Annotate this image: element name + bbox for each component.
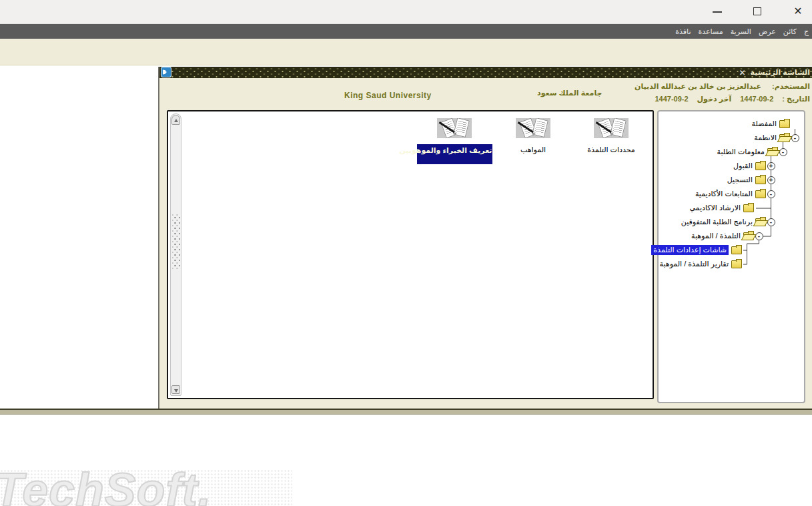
navigation-tree: المفضلة - الانظمة - معلومات الطلبة + الق… xyxy=(659,111,804,402)
tree-item-label[interactable]: المفضلة xyxy=(752,119,777,128)
shortcut-apprenticeship-determinants[interactable]: محددات التلمذة xyxy=(571,118,651,154)
documents-icon xyxy=(437,118,472,138)
date-value: 1447-09-2 xyxy=(740,95,773,103)
shortcut-talents[interactable]: المواهب xyxy=(493,118,573,154)
date-label: التاريخ : xyxy=(782,95,810,103)
tree-item-label[interactable]: برنامج الطلبة المتفوقين xyxy=(681,218,753,226)
os-titlebar: ✕ xyxy=(0,0,812,24)
minimize-icon[interactable] xyxy=(713,11,722,13)
folder-icon xyxy=(731,260,742,268)
toolbar: + - ↶ ✂ ✓ xyxy=(0,39,812,65)
tree-item-favorites[interactable]: المفضلة xyxy=(659,117,804,131)
university-name-en: King Saud University xyxy=(344,91,432,100)
last-login-label: آخر دخول xyxy=(697,95,732,103)
folder-icon xyxy=(755,176,766,184)
shortcut-label[interactable]: المواهب xyxy=(520,146,546,154)
menu-item-help[interactable]: مساعدة xyxy=(699,27,723,36)
collapse-icon[interactable]: - xyxy=(755,232,763,240)
open-folder-icon xyxy=(755,218,766,226)
shortcuts-panel: محددات التلمذة المواهب تعريف الخبراء وال… xyxy=(167,110,654,399)
tree-item-label[interactable]: معلومات الطلبة xyxy=(717,148,765,156)
tree-item-apprenticeship-settings-screens[interactable]: شاشات إعدادات التلمذة xyxy=(659,243,804,257)
expand-icon[interactable]: + xyxy=(767,162,775,170)
form-bottom-edge xyxy=(0,409,812,415)
open-folder-icon xyxy=(779,134,790,142)
tree-item-systems[interactable]: - الانظمة xyxy=(659,131,804,145)
folder-icon xyxy=(755,190,766,198)
collapse-icon[interactable]: - xyxy=(779,148,787,156)
user-info-row: المستخدم: عبدالعزيز بن خالد بن عبدالله ا… xyxy=(635,82,810,91)
tree-item-outstanding-students-program[interactable]: - برنامج الطلبة المتفوقين xyxy=(659,215,804,229)
menubar: ج كائن عرض السرية مساعدة نافذة xyxy=(0,24,812,39)
tree-item-label[interactable]: المتابعات الأكاديمية xyxy=(695,190,753,198)
vertical-scrollbar[interactable] xyxy=(170,113,181,396)
tree-item-label[interactable]: تقارير التلمذة / الموهبة xyxy=(660,260,729,268)
documents-icon xyxy=(594,118,629,138)
techsoft-watermark: TechSoft. xyxy=(0,463,212,506)
menu-item-window[interactable]: نافذة xyxy=(675,27,691,36)
folder-icon xyxy=(779,120,790,128)
open-folder-icon xyxy=(743,232,754,240)
university-name-ar: جامعة الملك سعود xyxy=(537,89,602,97)
form-titlebar: الشاشة الرئيسية ✕ xyxy=(159,67,812,78)
maximize-icon[interactable] xyxy=(753,7,761,15)
menu-item-view[interactable]: عرض xyxy=(759,27,776,36)
main-screen-form: الشاشة الرئيسية ✕ المستخدم: عبدالعزيز بن… xyxy=(158,67,812,409)
expand-icon[interactable]: + xyxy=(767,176,775,184)
tree-item-label[interactable]: الانظمة xyxy=(754,134,777,142)
tree-item-academic-followups[interactable]: - المتابعات الأكاديمية xyxy=(659,187,804,201)
menu-item-confidentiality[interactable]: السرية xyxy=(731,27,751,36)
scroll-up-icon[interactable] xyxy=(171,115,180,125)
date-info-row: التاريخ : 1447-09-2 آخر دخول 1447-09-2 xyxy=(655,95,810,103)
tree-item-academic-advising[interactable]: الارشاد الاكاديمي xyxy=(659,201,804,215)
collapse-icon[interactable]: - xyxy=(791,134,799,142)
folder-icon xyxy=(743,204,754,212)
tree-item-apprenticeship-reports[interactable]: تقارير التلمذة / الموهبة xyxy=(659,257,804,271)
form-title: الشاشة الرئيسية xyxy=(751,68,811,77)
tree-item-apprenticeship-giftedness[interactable]: - التلمذة / الموهبة xyxy=(659,229,804,243)
form-window-icon[interactable] xyxy=(161,67,171,77)
scrollbar-thumb[interactable] xyxy=(172,214,180,269)
shortcut-label-selected[interactable]: تعريف الخبراء والموهوبين xyxy=(417,144,492,164)
tree-item-registration[interactable]: + التسجيل xyxy=(659,173,804,187)
collapse-icon[interactable]: - xyxy=(767,218,775,226)
folder-icon xyxy=(755,162,766,170)
documents-icon xyxy=(516,118,550,138)
user-name: عبدالعزيز بن خالد بن عبدالله الدبيان xyxy=(635,82,761,91)
shortcut-experts-gifted-definition[interactable]: تعريف الخبراء والموهوبين xyxy=(414,118,494,164)
form-close-icon[interactable]: ✕ xyxy=(739,68,745,77)
shortcut-label[interactable]: محددات التلمذة xyxy=(587,146,635,154)
folder-icon xyxy=(731,246,742,254)
open-folder-icon xyxy=(767,148,778,156)
menu-item-truncated[interactable]: ج xyxy=(804,27,809,36)
tree-item-student-information[interactable]: - معلومات الطلبة xyxy=(659,145,804,159)
menu-item-object[interactable]: كائن xyxy=(783,27,797,36)
navigation-tree-panel: المفضلة - الانظمة - معلومات الطلبة + الق… xyxy=(657,110,805,403)
tree-item-admission[interactable]: + القبول xyxy=(659,159,804,173)
tree-item-label-selected[interactable]: شاشات إعدادات التلمذة xyxy=(651,245,729,255)
tree-item-label[interactable]: القبول xyxy=(733,162,753,170)
user-label: المستخدم: xyxy=(772,82,810,91)
close-icon[interactable]: ✕ xyxy=(792,5,804,18)
tree-item-label[interactable]: التلمذة / الموهبة xyxy=(691,232,741,240)
collapse-icon[interactable]: - xyxy=(767,190,775,198)
application-window: ✕ ج كائن عرض السرية مساعدة نافذة + - ↶ ✂… xyxy=(0,0,812,506)
scroll-down-icon[interactable] xyxy=(171,385,180,394)
tree-item-label[interactable]: الارشاد الاكاديمي xyxy=(689,204,741,212)
last-login-value: 1447-09-2 xyxy=(655,95,688,103)
tree-item-label[interactable]: التسجيل xyxy=(727,176,753,184)
